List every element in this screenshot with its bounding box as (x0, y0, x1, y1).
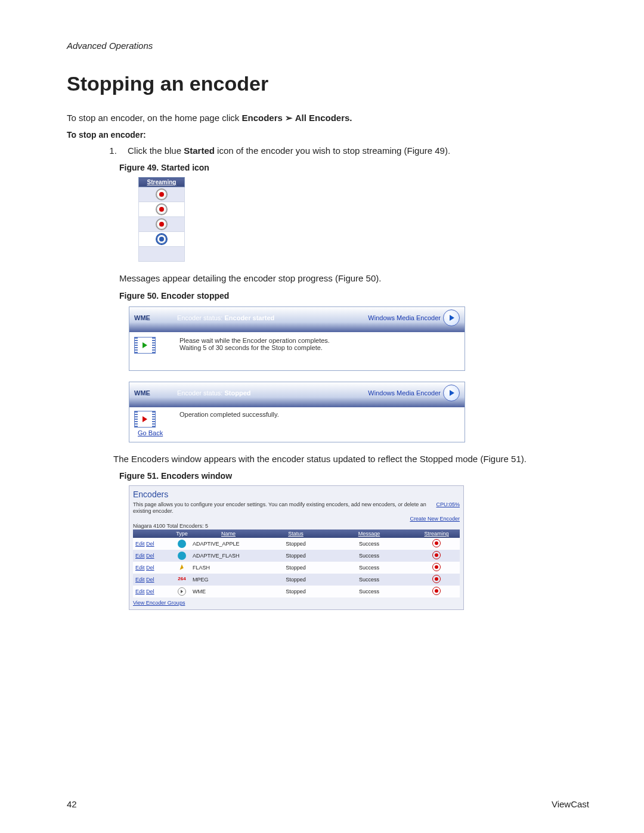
panel1-status: Encoder status: Encoder started (177, 314, 368, 321)
play-icon[interactable] (443, 385, 460, 401)
cpu-link[interactable]: CPU:05% (436, 501, 460, 507)
panel2-status-label: Encoder status: (177, 389, 225, 397)
panel1-text: Please wait while the Encoder operation … (179, 337, 330, 354)
enc-name: ADAPTIVE_APPLE (190, 538, 267, 550)
col-name[interactable]: Name (190, 529, 267, 538)
panel2-header: WME Encoder status: Stopped Windows Medi… (129, 382, 465, 407)
view-encoder-groups-link[interactable]: View Encoder Groups (133, 600, 185, 606)
enc-message: Success (325, 550, 413, 562)
table-row: Edit Del ADAPTIVE_APPLE Stopped Success (133, 538, 460, 550)
fig49-row-2 (139, 202, 185, 217)
subheading: To stop an encoder: (67, 130, 589, 140)
intro-arrow: ➢ (283, 113, 295, 123)
panel2-text: Operation completed successfully. (179, 411, 279, 428)
figure-49-caption: Figure 49. Started icon (119, 163, 589, 172)
enc-status: Stopped (267, 562, 325, 574)
enc-message: Success (325, 586, 413, 597)
streaming-icon[interactable] (432, 539, 441, 547)
edit-link[interactable]: Edit (135, 577, 145, 583)
enc-name: ADAPTIVE_FLASH (190, 550, 267, 562)
edit-link[interactable]: Edit (135, 565, 145, 571)
figure-51-caption: Figure 51. Encoders window (119, 471, 589, 481)
panel1-name: WME (134, 314, 177, 321)
record-icon[interactable] (156, 188, 168, 200)
panel1-status-value: Encoder started (225, 314, 275, 321)
type-wme-icon (178, 587, 186, 596)
panel2-right-label: Windows Media Encoder (368, 389, 441, 397)
encoders-desc: This page allows you to configure your e… (133, 501, 434, 515)
panel2-status-value: Stopped (225, 389, 251, 397)
streaming-icon[interactable] (432, 587, 441, 595)
section-header: Advanced Operations (67, 41, 589, 51)
fig49-row-5 (139, 247, 185, 262)
edit-link[interactable]: Edit (135, 541, 145, 547)
intro-text: To stop an encoder, on the home page cli… (67, 112, 589, 124)
panel1-body: Please wait while the Encoder operation … (129, 332, 465, 370)
go-back-link[interactable]: Go Back (134, 428, 460, 438)
enc-status: Stopped (267, 538, 325, 550)
figure-49-table: Streaming (138, 177, 185, 262)
step1-prefix: Click the blue (128, 145, 184, 156)
edit-link[interactable]: Edit (135, 589, 145, 594)
play-icon[interactable] (443, 309, 460, 326)
fig49-row-3 (139, 217, 185, 232)
document-page: Advanced Operations Stopping an encoder … (0, 0, 644, 833)
col-message[interactable]: Message (325, 529, 413, 538)
footer-brand: ViewCast (552, 799, 589, 809)
steps-list: Click the blue Started icon of the encod… (67, 145, 589, 156)
started-icon[interactable] (156, 233, 168, 245)
after-panels-text: The Encoders window appears with the enc… (113, 453, 589, 465)
messages-text: Messages appear detailing the encoder st… (119, 272, 589, 284)
table-row: Edit Del ADAPTIVE_FLASH Stopped Success (133, 550, 460, 562)
streaming-icon[interactable] (432, 551, 441, 559)
table-row: Edit Del WME Stopped Success (133, 586, 460, 597)
table-header-row: Type Name Status Message Streaming (133, 529, 460, 538)
total-encoders: Niagara 4100 Total Encoders: 5 (133, 523, 460, 529)
record-icon[interactable] (156, 203, 168, 215)
col-type[interactable]: Type (174, 529, 190, 538)
encoders-window: Encoders This page allows you to configu… (129, 485, 464, 611)
streaming-icon[interactable] (432, 563, 441, 571)
col-status[interactable]: Status (267, 529, 325, 538)
step1-suffix: icon of the encoder you wish to stop str… (215, 145, 450, 156)
panel2-name: WME (134, 389, 177, 397)
panel2-status: Encoder status: Stopped (177, 389, 368, 397)
play-triangle-icon (143, 342, 147, 348)
page-footer: 42 ViewCast (67, 799, 589, 809)
enc-status: Stopped (267, 574, 325, 586)
edit-link[interactable]: Edit (135, 553, 145, 559)
encoder-status-panel-stopped: WME Encoder status: Stopped Windows Medi… (129, 382, 465, 442)
enc-name: FLASH (190, 562, 267, 574)
figure-50-caption: Figure 50. Encoder stopped (119, 291, 589, 301)
encoder-status-panel-started: WME Encoder status: Encoder started Wind… (129, 306, 465, 371)
panel1-header: WME Encoder status: Encoder started Wind… (129, 307, 465, 332)
streaming-icon[interactable] (432, 575, 441, 583)
enc-status: Stopped (267, 550, 325, 562)
del-link[interactable]: Del (146, 541, 154, 547)
fig49-row-4 (139, 232, 185, 247)
encoders-table: Type Name Status Message Streaming Edit … (133, 529, 460, 597)
film-icon (134, 337, 156, 354)
table-row: Edit Del FLASH Stopped Success (133, 562, 460, 574)
enc-message: Success (325, 538, 413, 550)
col-streaming[interactable]: Streaming (413, 529, 460, 538)
create-new-encoder-link[interactable]: Create New Encoder (410, 516, 460, 522)
del-link[interactable]: Del (146, 553, 154, 559)
page-number: 42 (67, 799, 77, 809)
del-link[interactable]: Del (146, 577, 154, 583)
enc-status: Stopped (267, 586, 325, 597)
panel1-status-label: Encoder status: (177, 314, 225, 321)
panel1-line1: Please wait while the Encoder operation … (179, 337, 330, 344)
record-icon[interactable] (156, 218, 168, 230)
enc-name: WME (190, 586, 267, 597)
enc-message: Success (325, 574, 413, 586)
del-link[interactable]: Del (146, 565, 154, 571)
stop-indicator-icon (143, 416, 147, 422)
page-title: Stopping an encoder (67, 72, 589, 95)
enc-name: MPEG (190, 574, 267, 586)
table-row: Edit Del MPEG Stopped Success (133, 574, 460, 586)
fig49-row-1 (139, 187, 185, 202)
del-link[interactable]: Del (146, 589, 154, 594)
intro-encoders: Encoders (242, 113, 283, 123)
type-icon (178, 552, 186, 560)
